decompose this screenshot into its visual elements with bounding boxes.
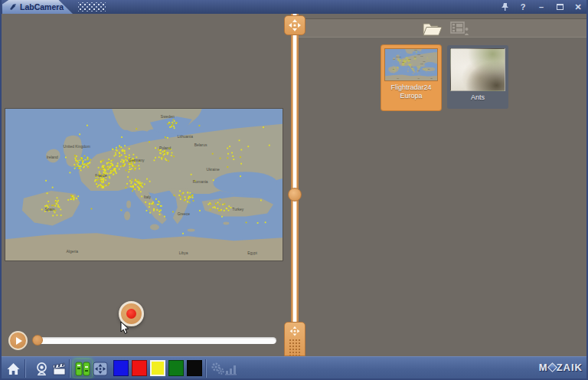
move-arrows-icon xyxy=(289,326,301,336)
titlebar: LabCamera ? – ✕ xyxy=(0,0,588,14)
gallery-item-ants[interactable]: Ants xyxy=(447,45,508,109)
logo-diamond-icon xyxy=(547,362,557,372)
gallery-item-flightradar[interactable]: Flightradar24 Europa xyxy=(381,45,441,110)
main-area: Flightradar24 Europa Ants xyxy=(0,14,588,356)
chart-icon xyxy=(224,362,237,375)
webcam-icon xyxy=(34,362,49,375)
toolbar-separator xyxy=(69,359,70,378)
open-folder-button[interactable] xyxy=(421,20,444,41)
app-tab[interactable]: LabCamera xyxy=(2,0,73,14)
maximize-button[interactable] xyxy=(553,2,567,13)
color-swatch-black[interactable] xyxy=(187,360,202,376)
splitter-top-handle[interactable] xyxy=(284,15,305,35)
thumbnail-image-flightradar xyxy=(384,48,438,81)
home-button[interactable] xyxy=(4,359,22,378)
splitter[interactable] xyxy=(291,14,299,356)
pan-button[interactable] xyxy=(91,359,109,378)
color-swatch-group xyxy=(113,360,202,376)
pin-icon xyxy=(501,2,509,11)
move-arrows-icon xyxy=(288,18,302,32)
home-icon xyxy=(6,362,21,375)
open-folder-icon xyxy=(421,20,444,38)
play-icon xyxy=(16,337,22,345)
timeline-slider[interactable] xyxy=(34,337,276,344)
maximize-icon xyxy=(557,4,564,10)
toolbar-separator xyxy=(24,359,26,378)
mouse-cursor-icon xyxy=(120,321,129,335)
color-swatch-yellow[interactable] xyxy=(150,360,165,376)
layout-split-button-active[interactable] xyxy=(74,359,92,378)
splitter-bottom-handle[interactable] xyxy=(284,322,305,356)
record-icon xyxy=(126,309,136,319)
app-title: LabCamera xyxy=(20,2,64,11)
clapperboard-icon xyxy=(52,362,67,375)
color-swatch-blue[interactable] xyxy=(113,360,129,376)
play-button[interactable] xyxy=(8,331,28,350)
clapperboard-button[interactable] xyxy=(50,359,68,378)
toolbar-separator xyxy=(205,359,207,378)
thumbnail-label: Flightradar24 Europa xyxy=(381,84,441,100)
split-view-icon xyxy=(75,362,90,376)
camera-pane xyxy=(0,14,291,356)
camera-view-flightradar-map[interactable] xyxy=(5,108,283,261)
logo-text-suffix: ZAIK xyxy=(557,362,583,373)
drag-handle-dots[interactable] xyxy=(78,2,106,11)
bottom-toolbar: M ZAIK xyxy=(0,356,588,380)
filmstrip-icon xyxy=(450,20,470,36)
thumbnail-label: Ants xyxy=(447,93,508,102)
labcamera-icon xyxy=(9,3,17,11)
pan-arrows-icon xyxy=(93,362,108,376)
minimize-button[interactable]: – xyxy=(534,2,548,13)
splitter-mid-handle[interactable] xyxy=(288,188,302,201)
color-swatch-green[interactable] xyxy=(168,360,184,376)
grip-texture xyxy=(289,339,301,355)
thumbnail-image-ants xyxy=(450,48,505,91)
logo-text-prefix: M xyxy=(539,362,548,373)
mozaik-logo: M ZAIK xyxy=(539,362,583,373)
measurement-button-disabled xyxy=(221,359,240,378)
gallery-pane: Flightradar24 Europa Ants xyxy=(299,14,588,356)
gallery-toolbar xyxy=(299,18,588,38)
color-swatch-red[interactable] xyxy=(132,360,147,376)
webcam-button[interactable] xyxy=(32,359,51,378)
labcamera-window: LabCamera ? – ✕ xyxy=(0,0,588,380)
help-button[interactable]: ? xyxy=(516,2,530,13)
slider-handle[interactable] xyxy=(32,335,43,346)
close-button[interactable]: ✕ xyxy=(571,2,585,13)
export-film-button xyxy=(450,20,470,39)
pin-button[interactable] xyxy=(498,2,511,13)
